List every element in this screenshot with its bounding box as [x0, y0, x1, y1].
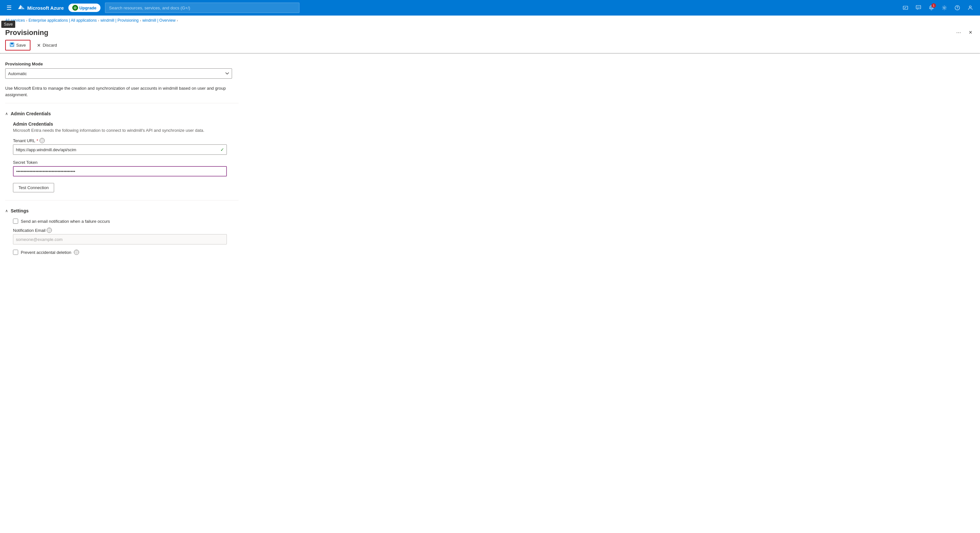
- provisioning-mode-group: Provisioning Mode Automatic Manual None: [5, 62, 232, 79]
- discard-icon: ✕: [37, 43, 41, 48]
- section-divider-1: [5, 103, 239, 103]
- admin-credentials-header[interactable]: ∧ Admin Credentials: [5, 108, 975, 119]
- secret-token-label-group: Secret Token: [13, 160, 239, 165]
- save-label: Save: [16, 43, 26, 48]
- send-email-group: Send an email notification when a failur…: [13, 219, 239, 224]
- breadcrumb-windmill-provisioning[interactable]: windmill | Provisioning: [100, 18, 139, 23]
- admin-credentials-subtitle: Admin Credentials: [13, 121, 239, 127]
- close-button[interactable]: ×: [966, 28, 975, 37]
- admin-credentials-chevron: ∧: [5, 111, 8, 116]
- settings-header[interactable]: ∧ Settings: [5, 206, 975, 216]
- main-container: All services › Enterprise applications |…: [0, 16, 980, 533]
- secret-token-group: Secret Token: [13, 160, 239, 176]
- notification-badge: 1: [931, 3, 936, 8]
- discard-label: Discard: [43, 43, 57, 48]
- breadcrumb-sep-3: ›: [140, 19, 141, 22]
- azure-logo-icon: [18, 5, 25, 11]
- svg-point-8: [969, 6, 971, 8]
- tenant-url-group: Tenant URL * ⓘ ✓: [13, 138, 239, 155]
- feedback-icon: [916, 5, 921, 10]
- prevent-deletion-label[interactable]: Prevent accidental deletion: [21, 250, 71, 255]
- breadcrumb-sep-1: ›: [26, 19, 27, 22]
- content-panel: All services › Enterprise applications |…: [0, 16, 980, 533]
- breadcrumb-enterprise-apps[interactable]: Enterprise applications | All applicatio…: [29, 18, 97, 23]
- cloud-shell-icon: [903, 5, 908, 10]
- admin-credentials-section: ∧ Admin Credentials Admin Credentials Mi…: [5, 108, 975, 195]
- svg-point-4: [919, 7, 920, 8]
- breadcrumb: All services › Enterprise applications |…: [0, 16, 980, 25]
- navbar-icons: 1: [900, 2, 976, 14]
- provisioning-mode-select[interactable]: Automatic Manual None: [5, 68, 232, 79]
- tenant-url-input-wrapper: ✓: [13, 144, 227, 155]
- svg-point-2: [917, 7, 918, 8]
- feedback-button[interactable]: [913, 2, 924, 14]
- breadcrumb-sep-2: ›: [98, 19, 99, 22]
- settings-title: Settings: [11, 208, 29, 213]
- more-options-button[interactable]: ···: [953, 28, 964, 37]
- tenant-url-required: *: [37, 138, 38, 143]
- section-divider-2: [5, 200, 239, 200]
- account-icon: [968, 5, 973, 10]
- breadcrumb-sep-4: ›: [177, 19, 178, 22]
- settings-chevron: ∧: [5, 209, 8, 213]
- app-logo: Microsoft Azure: [18, 5, 64, 11]
- help-button[interactable]: [951, 2, 963, 14]
- breadcrumb-windmill-overview[interactable]: windmill | Overview: [142, 18, 175, 23]
- global-search-input[interactable]: [105, 3, 299, 13]
- upgrade-button[interactable]: ⊙ Upgrade: [68, 3, 101, 13]
- page-header-actions: ··· ×: [953, 28, 975, 37]
- notification-email-info-icon[interactable]: ⓘ: [47, 228, 52, 233]
- tenant-url-label-group: Tenant URL * ⓘ: [13, 138, 239, 143]
- gear-icon: [942, 5, 947, 10]
- tenant-url-info-icon[interactable]: ⓘ: [40, 138, 45, 143]
- admin-credentials-title: Admin Credentials: [11, 111, 51, 116]
- notification-email-label-group: Notification Email ⓘ: [13, 228, 239, 233]
- secret-token-label: Secret Token: [13, 160, 38, 165]
- settings-section: ∧ Settings Send an email notification wh…: [5, 206, 975, 261]
- notification-email-label: Notification Email: [13, 228, 45, 233]
- account-button[interactable]: [964, 2, 976, 14]
- tenant-url-label: Tenant URL: [13, 138, 35, 143]
- discard-button[interactable]: ✕ Discard: [33, 41, 61, 50]
- admin-credentials-content: Admin Credentials Microsoft Entra needs …: [5, 119, 239, 195]
- tenant-url-valid-icon: ✓: [220, 147, 224, 152]
- notifications-button[interactable]: 1: [926, 2, 937, 14]
- secret-token-input-wrapper: [13, 166, 227, 176]
- send-email-checkbox[interactable]: [13, 219, 18, 224]
- svg-point-3: [918, 7, 919, 8]
- admin-credentials-description: Microsoft Entra needs the following info…: [13, 128, 239, 133]
- send-email-label[interactable]: Send an email notification when a failur…: [21, 219, 110, 224]
- hamburger-button[interactable]: ☰: [4, 3, 14, 13]
- provisioning-mode-label: Provisioning Mode: [5, 62, 232, 67]
- save-tooltip: Save: [1, 21, 15, 28]
- save-button[interactable]: Save: [5, 40, 30, 51]
- toolbar: Save ✕ Discard: [0, 37, 980, 53]
- upgrade-label: Upgrade: [80, 5, 97, 10]
- svg-point-5: [944, 7, 945, 9]
- cloud-shell-button[interactable]: [900, 2, 911, 14]
- prevent-deletion-info-icon[interactable]: ⓘ: [74, 250, 79, 255]
- svg-point-7: [957, 9, 958, 10]
- prevent-deletion-group: Prevent accidental deletion ⓘ: [13, 250, 239, 255]
- notification-email-group: Notification Email ⓘ: [13, 228, 239, 244]
- help-icon: [955, 5, 960, 10]
- upgrade-icon: ⊙: [72, 5, 78, 11]
- prevent-deletion-checkbox[interactable]: [13, 250, 18, 255]
- notification-email-input[interactable]: [13, 234, 227, 244]
- svg-rect-11: [11, 45, 13, 46]
- settings-content: Send an email notification when a failur…: [5, 216, 239, 261]
- app-name: Microsoft Azure: [27, 5, 64, 11]
- save-icon: [10, 43, 14, 48]
- test-connection-button[interactable]: Test Connection: [13, 183, 54, 192]
- navbar: ☰ Microsoft Azure ⊙ Upgrade: [0, 0, 980, 16]
- svg-rect-10: [11, 43, 13, 44]
- page-header: Provisioning ··· ×: [0, 25, 980, 37]
- secret-token-input[interactable]: [13, 166, 227, 176]
- page-title: Provisioning: [5, 29, 48, 37]
- tenant-url-input[interactable]: [13, 144, 227, 155]
- form-description: Use Microsoft Entra to manage the creati…: [5, 85, 232, 98]
- settings-button[interactable]: [939, 2, 950, 14]
- form-area: Provisioning Mode Automatic Manual None …: [0, 54, 980, 533]
